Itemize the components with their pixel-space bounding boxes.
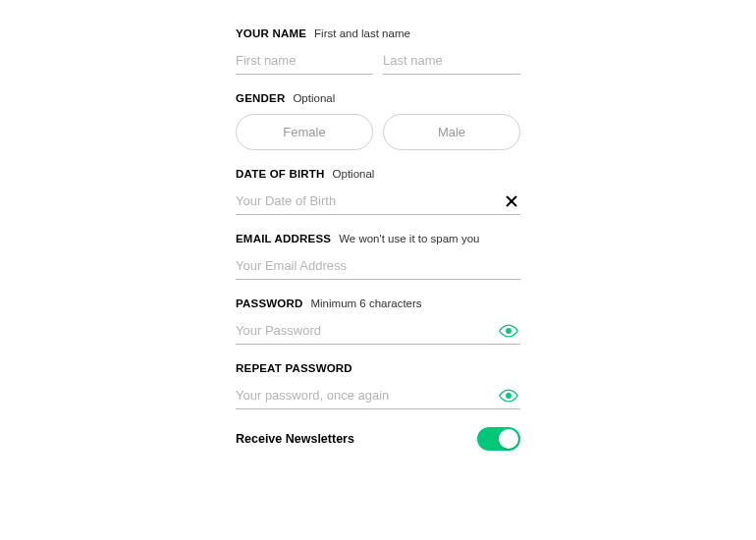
newsletter-toggle[interactable] <box>477 427 520 451</box>
name-hint: First and last name <box>314 27 410 39</box>
first-name-input[interactable] <box>236 47 373 75</box>
email-field-group: EMAIL ADDRESS We won't use it to spam yo… <box>236 233 520 280</box>
gender-label: GENDER <box>236 92 285 104</box>
svg-point-1 <box>506 393 512 399</box>
signup-form: YOUR NAME First and last name GENDER Opt… <box>236 27 520 540</box>
gender-options-row: Female Male <box>236 114 520 150</box>
password-input-row <box>236 317 520 345</box>
name-label-row: YOUR NAME First and last name <box>236 27 520 39</box>
password-label: PASSWORD <box>236 297 302 309</box>
svg-point-0 <box>506 328 512 334</box>
dob-field-group: DATE OF BIRTH Optional <box>236 168 520 215</box>
dob-hint: Optional <box>333 168 375 180</box>
x-icon <box>505 194 518 208</box>
show-repeat-password-icon[interactable] <box>499 389 518 403</box>
dob-input[interactable] <box>236 188 520 215</box>
repeat-password-label-row: REPEAT PASSWORD <box>236 362 520 374</box>
email-hint: We won't use it to spam you <box>339 233 479 244</box>
gender-male-button[interactable]: Male <box>383 114 520 150</box>
email-label-row: EMAIL ADDRESS We won't use it to spam yo… <box>236 233 520 244</box>
repeat-password-label: REPEAT PASSWORD <box>236 362 352 374</box>
password-hint: Minimum 6 characters <box>310 297 421 309</box>
toggle-knob <box>499 429 518 449</box>
email-label: EMAIL ADDRESS <box>236 233 331 244</box>
eye-icon <box>499 324 518 338</box>
eye-icon <box>499 389 518 403</box>
last-name-input[interactable] <box>383 47 520 75</box>
show-password-icon[interactable] <box>499 324 518 338</box>
gender-hint: Optional <box>293 92 335 104</box>
newsletter-label: Receive Newsletters <box>236 432 354 446</box>
name-inputs-row <box>236 47 520 75</box>
repeat-password-input-row <box>236 382 520 409</box>
dob-label: DATE OF BIRTH <box>236 168 325 180</box>
repeat-password-input[interactable] <box>236 382 520 409</box>
password-field-group: PASSWORD Minimum 6 characters <box>236 297 520 345</box>
dob-input-row <box>236 188 520 215</box>
gender-field-group: GENDER Optional Female Male <box>236 92 520 150</box>
dob-label-row: DATE OF BIRTH Optional <box>236 168 520 180</box>
name-label: YOUR NAME <box>236 27 306 39</box>
gender-label-row: GENDER Optional <box>236 92 520 104</box>
clear-icon[interactable] <box>505 194 518 208</box>
password-input[interactable] <box>236 317 520 345</box>
newsletter-row: Receive Newsletters <box>236 427 520 451</box>
password-label-row: PASSWORD Minimum 6 characters <box>236 297 520 309</box>
gender-female-button[interactable]: Female <box>236 114 373 150</box>
name-field-group: YOUR NAME First and last name <box>236 27 520 75</box>
repeat-password-field-group: REPEAT PASSWORD <box>236 362 520 409</box>
email-input[interactable] <box>236 252 520 280</box>
